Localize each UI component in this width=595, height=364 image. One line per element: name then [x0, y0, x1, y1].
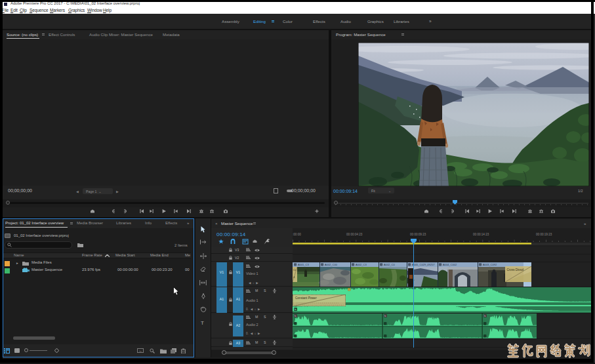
svg-text:A002_C00: A002_C00 — [325, 263, 338, 266]
svg-text:fx: fx — [384, 315, 386, 317]
svg-text:A003_C092: A003_C092 — [483, 263, 497, 266]
svg-text:Cross Dissol: Cross Dissol — [507, 268, 524, 272]
svg-text:fx: fx — [295, 315, 297, 317]
svg-text:Cr: Cr — [293, 268, 297, 272]
svg-text:fx: fx — [484, 315, 486, 317]
svg-text:A004_C002: A004_C002 — [443, 263, 457, 266]
svg-text:fx: fx — [295, 308, 297, 311]
svg-text:A002_C0: A002_C0 — [384, 263, 395, 266]
svg-text:A002_C3: A002_C3 — [356, 263, 367, 266]
svg-text:A005_C029_09257: A005_C029_09257 — [412, 263, 435, 266]
svg-text:A001_C3: A001_C3 — [298, 263, 309, 266]
svg-text:fx: fx — [348, 289, 350, 291]
